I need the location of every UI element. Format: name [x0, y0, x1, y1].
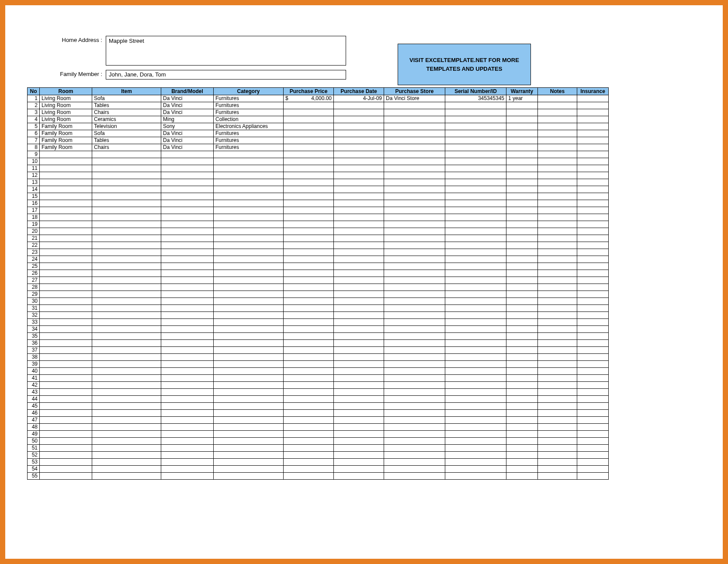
cell[interactable] — [334, 186, 384, 193]
cell[interactable] — [40, 193, 92, 200]
cell-price[interactable] — [284, 270, 334, 277]
cell[interactable] — [40, 291, 92, 298]
cell[interactable]: 16 — [28, 200, 40, 207]
cell-price[interactable] — [284, 417, 334, 424]
cell[interactable] — [214, 347, 284, 354]
cell[interactable] — [214, 158, 284, 165]
cell[interactable] — [506, 235, 538, 242]
cell[interactable] — [577, 396, 609, 403]
cell[interactable] — [334, 228, 384, 235]
cell[interactable]: 54 — [28, 466, 40, 473]
cell[interactable]: 51 — [28, 445, 40, 452]
cell[interactable] — [384, 305, 445, 312]
cell[interactable] — [161, 186, 214, 193]
cell[interactable] — [384, 312, 445, 319]
cell[interactable] — [577, 375, 609, 382]
cell-price[interactable] — [284, 109, 334, 116]
cell[interactable] — [334, 207, 384, 214]
cell[interactable] — [214, 214, 284, 221]
cell[interactable] — [506, 193, 538, 200]
cell[interactable] — [334, 221, 384, 228]
cell[interactable] — [334, 277, 384, 284]
table-row[interactable]: 44 — [28, 396, 609, 403]
cell[interactable] — [161, 410, 214, 417]
table-row[interactable]: 49 — [28, 431, 609, 438]
table-row[interactable]: 2Living RoomTablesDa VinciFurnitures — [28, 102, 609, 109]
cell[interactable] — [214, 228, 284, 235]
table-row[interactable]: 47 — [28, 417, 609, 424]
cell[interactable]: Family Room — [40, 130, 92, 137]
cell-price[interactable] — [284, 389, 334, 396]
cell[interactable] — [92, 431, 161, 438]
table-row[interactable]: 51 — [28, 445, 609, 452]
cell[interactable] — [92, 291, 161, 298]
cell-price[interactable] — [284, 277, 334, 284]
cell[interactable] — [40, 382, 92, 389]
cell-price[interactable] — [284, 312, 334, 319]
cell[interactable] — [40, 389, 92, 396]
cell[interactable] — [214, 312, 284, 319]
cell-price[interactable] — [284, 438, 334, 445]
cell[interactable] — [506, 221, 538, 228]
cell[interactable] — [445, 228, 506, 235]
cell[interactable] — [445, 431, 506, 438]
cell[interactable] — [577, 158, 609, 165]
cell[interactable] — [40, 305, 92, 312]
cell-price[interactable] — [284, 228, 334, 235]
cell[interactable] — [506, 242, 538, 249]
cell[interactable] — [92, 277, 161, 284]
table-row[interactable]: 37 — [28, 347, 609, 354]
cell[interactable] — [577, 235, 609, 242]
cell[interactable] — [538, 382, 577, 389]
cell[interactable] — [384, 242, 445, 249]
cell-price[interactable] — [284, 459, 334, 466]
cell[interactable] — [506, 445, 538, 452]
cell[interactable] — [334, 242, 384, 249]
cell[interactable] — [445, 207, 506, 214]
cell[interactable] — [92, 270, 161, 277]
cell[interactable] — [506, 389, 538, 396]
cell[interactable] — [334, 459, 384, 466]
cell[interactable] — [384, 389, 445, 396]
table-row[interactable]: 9 — [28, 151, 609, 158]
table-row[interactable]: 15 — [28, 193, 609, 200]
cell[interactable] — [214, 172, 284, 179]
cell[interactable]: 13 — [28, 179, 40, 186]
cell[interactable]: Sony — [161, 123, 214, 130]
cell[interactable] — [506, 466, 538, 473]
cell[interactable] — [538, 459, 577, 466]
cell[interactable] — [577, 403, 609, 410]
cell[interactable]: Family Room — [40, 137, 92, 144]
cell[interactable] — [92, 186, 161, 193]
cell[interactable] — [161, 354, 214, 361]
cell[interactable] — [538, 186, 577, 193]
table-row[interactable]: 7Family RoomTablesDa VinciFurnitures — [28, 137, 609, 144]
cell[interactable]: 21 — [28, 235, 40, 242]
cell[interactable] — [40, 298, 92, 305]
table-row[interactable]: 35 — [28, 333, 609, 340]
cell[interactable] — [214, 466, 284, 473]
table-row[interactable]: 54 — [28, 466, 609, 473]
table-row[interactable]: 32 — [28, 312, 609, 319]
promo-banner[interactable]: VISIT EXCELTEMPLATE.NET FOR MORE TEMPLAT… — [398, 44, 531, 85]
cell[interactable] — [445, 144, 506, 151]
cell[interactable] — [538, 417, 577, 424]
cell[interactable]: 38 — [28, 354, 40, 361]
cell[interactable] — [214, 354, 284, 361]
cell[interactable] — [577, 102, 609, 109]
cell[interactable]: 22 — [28, 242, 40, 249]
table-row[interactable]: 29 — [28, 291, 609, 298]
cell[interactable] — [538, 452, 577, 459]
cell[interactable] — [214, 179, 284, 186]
cell[interactable] — [445, 319, 506, 326]
cell[interactable]: Ceramics — [92, 116, 161, 123]
cell[interactable] — [384, 340, 445, 347]
cell-price[interactable] — [284, 263, 334, 270]
cell[interactable] — [214, 340, 284, 347]
cell[interactable] — [40, 354, 92, 361]
cell[interactable] — [384, 137, 445, 144]
cell[interactable] — [92, 326, 161, 333]
cell[interactable] — [334, 312, 384, 319]
cell[interactable] — [384, 326, 445, 333]
table-row[interactable]: 10 — [28, 158, 609, 165]
